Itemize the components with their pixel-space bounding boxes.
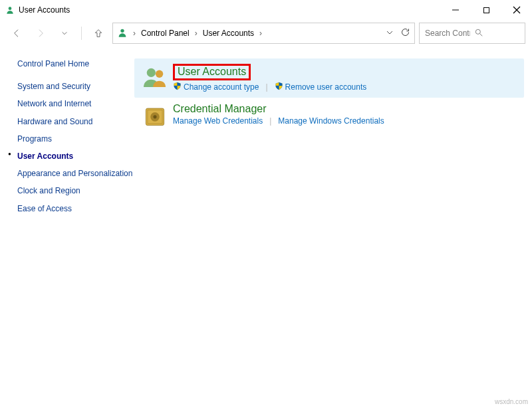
- svg-point-6: [475, 29, 480, 34]
- main-panel: User AccountsChange account type|Remove …: [134, 58, 524, 221]
- sidebar-item[interactable]: Hardware and Sound: [17, 116, 134, 127]
- svg-line-7: [480, 33, 483, 36]
- minimize-button[interactable]: [440, 0, 471, 20]
- address-user-icon: [117, 27, 128, 40]
- category-sublink[interactable]: Remove user accounts: [275, 82, 367, 92]
- category-row: User AccountsChange account type|Remove …: [134, 58, 524, 98]
- shield-icon: [173, 82, 182, 92]
- category-title[interactable]: User Accounts: [173, 64, 251, 80]
- svg-point-8: [147, 68, 156, 77]
- category-row: Credential ManagerManage Web Credentials…: [134, 98, 524, 135]
- content-area: Control Panel Home System and SecurityNe…: [0, 47, 532, 221]
- svg-point-12: [153, 115, 156, 118]
- chevron-right-icon: ›: [130, 29, 138, 38]
- search-placeholder: Search Control Panel: [425, 29, 470, 38]
- search-icon: [474, 28, 519, 39]
- svg-rect-2: [483, 7, 489, 13]
- forward-button[interactable]: [31, 23, 51, 43]
- breadcrumb-item[interactable]: Control Panel: [141, 29, 190, 38]
- nav-separator: [81, 27, 82, 40]
- search-input[interactable]: Search Control Panel: [419, 23, 525, 44]
- sidebar-item[interactable]: Programs: [17, 134, 134, 144]
- recent-dropdown-icon[interactable]: [55, 23, 74, 43]
- chevron-right-icon: ›: [192, 29, 200, 38]
- address-dropdown-icon[interactable]: [386, 29, 394, 39]
- window-controls: [440, 0, 532, 20]
- window-title: User Accounts: [19, 5, 70, 15]
- chevron-right-icon: ›: [257, 29, 265, 38]
- sidebar-item[interactable]: Clock and Region: [17, 185, 134, 196]
- credential-safe-icon: [141, 103, 169, 130]
- sidebar: Control Panel Home System and SecurityNe…: [8, 58, 134, 221]
- users-icon: [141, 64, 169, 90]
- address-bar[interactable]: › Control Panel › User Accounts ›: [112, 23, 415, 44]
- breadcrumb-item[interactable]: User Accounts: [203, 29, 254, 38]
- watermark: wsxdn.com: [495, 398, 528, 405]
- sidebar-item[interactable]: Ease of Access: [17, 203, 134, 214]
- link-separator: |: [269, 116, 271, 126]
- link-separator: |: [265, 82, 267, 92]
- category-sublink[interactable]: Manage Windows Credentials: [278, 116, 384, 126]
- category-sublink[interactable]: Change account type: [173, 82, 259, 92]
- app-icon: [5, 5, 15, 15]
- svg-point-0: [9, 7, 12, 10]
- svg-point-9: [156, 70, 163, 78]
- sidebar-item[interactable]: Appearance and Personalization: [17, 168, 134, 179]
- up-button[interactable]: [88, 23, 108, 43]
- category-sublink[interactable]: Manage Web Credentials: [173, 116, 263, 126]
- category-title[interactable]: Credential Manager: [173, 103, 267, 115]
- sidebar-item[interactable]: User Accounts: [17, 151, 134, 161]
- sidebar-home-link[interactable]: Control Panel Home: [17, 58, 134, 69]
- close-button[interactable]: [501, 0, 532, 20]
- sidebar-item[interactable]: System and Security: [17, 81, 134, 92]
- refresh-icon[interactable]: [400, 27, 410, 39]
- back-button[interactable]: [7, 23, 27, 43]
- sidebar-item[interactable]: Network and Internet: [17, 98, 134, 109]
- shield-icon: [275, 82, 283, 92]
- titlebar: User Accounts: [0, 0, 532, 20]
- navbar: › Control Panel › User Accounts › Search…: [0, 20, 532, 47]
- svg-point-5: [120, 29, 124, 32]
- maximize-button[interactable]: [471, 0, 501, 20]
